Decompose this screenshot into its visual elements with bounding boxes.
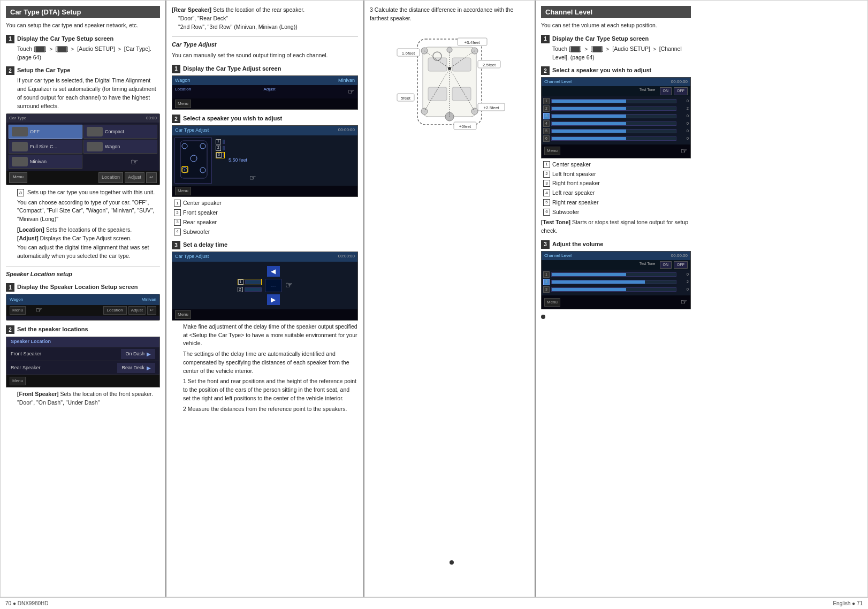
adj-nav-screen: Wagon Minivan Location Adjust ☞ Menu <box>172 75 358 110</box>
location-nav-btn[interactable]: Location <box>103 306 127 315</box>
car-type-fullsize[interactable]: Full Size C... <box>9 140 82 154</box>
ch-slider-5[interactable] <box>551 129 676 133</box>
back-button[interactable]: ↩ <box>146 172 157 183</box>
menu-btn2[interactable]: Menu <box>10 306 26 315</box>
delay-sp-1[interactable]: 1 <box>238 279 262 285</box>
adjust-button[interactable]: Adjust <box>125 172 144 183</box>
ch2-slider-1[interactable] <box>551 272 676 277</box>
delay-nav-col: ◀ --- ▶ <box>265 266 282 305</box>
adj-sp-item-3[interactable]: 3 <box>216 152 225 158</box>
col4-title: Channel Level <box>541 6 691 18</box>
rear-speaker-row[interactable]: Rear Speaker Rear Deck ▶ <box>6 361 159 375</box>
adj-header-time: 00:00:00 <box>338 127 355 134</box>
car-type-wagon[interactable]: Wagon <box>83 140 157 154</box>
ch-step1-body: Touch [] ＞ [] ＞ [Audio SETUP] ＞ [Channel… <box>541 45 691 62</box>
sp-step2-num: 2 <box>6 325 14 334</box>
cursor-icon5: ☞ <box>285 279 293 292</box>
col1-intro: You can setup the car type and speaker n… <box>6 21 160 30</box>
ch-sp-label-4: Left rear speaker <box>552 189 595 197</box>
ch2-slider-2[interactable] <box>551 280 676 284</box>
svg-text:+3.4feet: +3.4feet <box>464 40 480 45</box>
ch-menu-btn-2[interactable]: Menu <box>544 298 560 307</box>
adj-nav-location[interactable]: Location <box>175 86 191 97</box>
channel-rows-1: 1 0 2 2 3 0 4 <box>542 96 690 144</box>
ch2-val-1: 0 <box>678 272 689 278</box>
car-icon-compact <box>87 127 103 136</box>
car-type-minivan[interactable]: Minivan <box>9 155 82 169</box>
col4-channel-level: Channel Level You can set the volume at … <box>536 1 696 597</box>
step1-text: Touch [] ＞ [] ＞ [Audio SETUP] ＞ [Car Typ… <box>17 45 151 60</box>
adjust-label: [Adjust] <box>17 235 39 241</box>
screen-time: 00:00 <box>146 115 157 121</box>
ch2-slider-3[interactable] <box>551 287 676 292</box>
menu-button[interactable]: Menu <box>9 172 27 183</box>
car-icon-off <box>12 127 28 136</box>
test-tone-on-2[interactable]: ON <box>660 261 672 269</box>
adj-nav-adjust[interactable]: Adjust <box>264 86 276 97</box>
ch-step1-label: Display the Car Type Setup screen <box>552 34 649 43</box>
adjust-nav-btn[interactable]: Adjust <box>128 306 146 315</box>
adj-step2-label: Select a speaker you wish to adjust <box>183 114 282 123</box>
car-type-off-label: OFF <box>30 128 40 136</box>
ch-menu-btn-1[interactable]: Menu <box>544 147 560 155</box>
front-speaker-arrow[interactable]: ▶ <box>147 350 151 358</box>
front-speaker-label: Front Speaker <box>11 351 41 358</box>
delay-body2: The settings of the delay time are autom… <box>183 350 358 375</box>
location-text: [Location] Sets the locations of the spe… <box>17 226 160 234</box>
adj-sp-item-2[interactable]: 2 <box>216 146 225 151</box>
right-lang: English <box>833 600 850 606</box>
rear-speaker-value[interactable]: Rear Deck ▶ <box>117 363 155 373</box>
location-button[interactable]: Location <box>98 172 123 183</box>
delay-left-arrow[interactable]: ◀ <box>267 266 280 277</box>
front-speaker-row[interactable]: Front Speaker On Dash ▶ <box>6 347 159 361</box>
ch2-row-1: 1 0 <box>543 271 689 278</box>
ch-slider-2[interactable] <box>551 106 676 111</box>
ch-slider-4[interactable] <box>551 121 676 126</box>
delay-sp-2[interactable]: 2 <box>238 287 262 292</box>
rear-speaker-arrow[interactable]: ▶ <box>147 364 151 372</box>
car-type-off[interactable]: OFF <box>9 125 82 139</box>
adjust-body: You can adjust the digital time alignmen… <box>17 243 160 261</box>
car-icon-minivan <box>12 157 28 166</box>
car-type-grid: OFF Compact Full Size C... Wagon <box>6 123 159 171</box>
front-speaker-value[interactable]: On Dash ▶ <box>121 349 155 359</box>
step1-label: Display the Car Type Setup screen <box>17 34 113 43</box>
adj-speaker-menu-btn[interactable]: Menu <box>175 187 191 195</box>
test-tone-off-1[interactable]: OFF <box>674 87 688 95</box>
adj-step3-label: Set a delay time <box>183 240 227 249</box>
note-b-text: You can choose according to type of your… <box>17 199 160 224</box>
car-type-compact[interactable]: Compact <box>83 125 157 139</box>
back-nav-btn[interactable]: ↩ <box>147 306 156 315</box>
ch-step2-num: 2 <box>541 66 550 75</box>
speaker-menu-btn[interactable]: Menu <box>10 377 26 385</box>
delay-menu-btn[interactable]: Menu <box>175 310 191 319</box>
car-icon-fullsize <box>12 142 28 151</box>
speaker-select-col: 1 2 <box>238 279 262 292</box>
ch-slider-3[interactable] <box>551 114 676 118</box>
ch-step3-header: 3 Adjust the volume <box>541 240 691 249</box>
ch-header-title-2: Channel Level <box>544 253 572 259</box>
ch-header-title-1: Channel Level <box>544 79 572 85</box>
adj-menu-btn[interactable]: Menu <box>175 100 191 108</box>
delay-right-arrow[interactable]: ▶ <box>267 294 280 305</box>
adj-sp-badge-3: 3 <box>174 219 181 226</box>
ch-row-5: 5 0 <box>543 128 689 134</box>
step1-num: 1 <box>6 35 14 43</box>
adj-sp-legend-1: 1 Center speaker <box>174 199 358 208</box>
test-tone-on-1[interactable]: ON <box>660 87 672 95</box>
adj-sp-bar-3 <box>223 153 224 157</box>
ch-step2-label: Select a speaker you wish to adjust <box>552 66 651 75</box>
ch-slider-1[interactable] <box>551 99 676 103</box>
ch-header-time-1: 00:00:00 <box>671 79 688 85</box>
ch-sp-label-3: Right front speaker <box>552 179 600 188</box>
ch-slider-6[interactable] <box>551 136 676 141</box>
speaker-svg: 3 <box>175 138 212 181</box>
svg-point-5 <box>191 155 197 162</box>
adj-sp-badge-2: 2 <box>174 209 181 216</box>
test-tone-off-2[interactable]: OFF <box>674 261 688 269</box>
note-a-text: a Sets up the car type you use together … <box>17 188 160 197</box>
ch-menu-bar-1: Menu ☞ <box>542 144 690 158</box>
front-speaker-note-desc: Sets the location of the front speaker. <box>60 391 153 397</box>
adj-sp-item-1[interactable]: 1 <box>216 139 225 144</box>
ch-step1-num: 1 <box>541 35 550 43</box>
